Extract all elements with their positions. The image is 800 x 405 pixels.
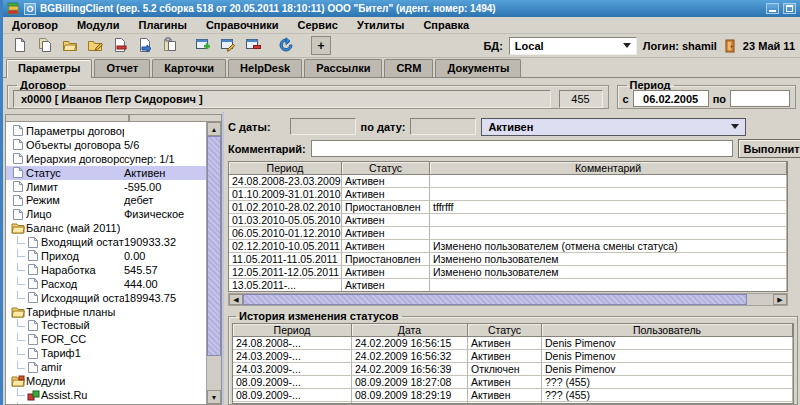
scroll-thumb[interactable] [207, 136, 221, 356]
column-header[interactable]: Дата [352, 324, 468, 337]
contract-select[interactable]: x0000 [ Иванов Петр Сидорович ] [13, 90, 551, 108]
tab-crm[interactable]: CRM [384, 59, 433, 77]
status-select[interactable]: Активен [481, 118, 746, 136]
table-row[interactable]: 24.08.2008-23.03.2009Активен [229, 175, 787, 188]
database-select[interactable]: Local [509, 37, 637, 55]
to-date-field[interactable] [410, 118, 476, 135]
column-header[interactable]: Комментарий [430, 162, 787, 175]
table-row[interactable]: 24.03.2009-...24.02.2009 16:56:39Отключе… [233, 363, 793, 376]
comment-input[interactable] [311, 140, 733, 157]
menu-5[interactable]: Сервис [297, 19, 337, 31]
column-header[interactable]: Период [229, 162, 342, 175]
tree-item[interactable]: Модули [6, 374, 206, 388]
tree-item[interactable]: Параметры договора [6, 124, 206, 138]
tree-item-main: Баланс (май 2011) [6, 222, 124, 234]
logout-door-icon[interactable] [723, 39, 737, 53]
tree-item[interactable]: Тестовый [6, 318, 206, 332]
execute-button[interactable]: Выполнить [738, 139, 800, 158]
table-row[interactable]: 08.09.2009-...08.09.2009 18:33:28Активен… [233, 402, 793, 404]
tree-item[interactable]: Объекты договора5/6 [6, 138, 206, 152]
tree-item[interactable]: Тарифные планы [6, 305, 206, 319]
titlebar: O BGBillingClient (вер. 5.2 сборка 518 о… [3, 0, 800, 17]
tree-item[interactable]: Лимит-595.00 [6, 180, 206, 194]
tab-helpdesk[interactable]: HelpDesk [228, 59, 302, 77]
tree-item-main: Тариф1 [6, 347, 124, 360]
menu-6[interactable]: Утилиты [357, 19, 405, 31]
tree-item[interactable]: Приход0.00 [6, 249, 206, 263]
tree-item[interactable]: ЛицоФизическое [6, 207, 206, 221]
table-row[interactable]: 01.02.2010-28.02.2010Приостановленtffrff… [229, 201, 787, 214]
tree-item[interactable]: amir [6, 360, 206, 374]
menu-4[interactable]: Справочники [206, 19, 279, 31]
table-row[interactable]: 01.10.2009-31.01.2010Активен [229, 188, 787, 201]
table-row[interactable]: 01.03.2010-05.05.2010Активен [229, 214, 787, 227]
tree-item[interactable]: Тариф1 [6, 346, 206, 360]
remove-window-button[interactable] [241, 35, 264, 56]
tab-документы[interactable]: Документы [435, 59, 521, 77]
tree-item[interactable]: Расход444.00 [6, 277, 206, 291]
tree-item[interactable]: СтатусАктивен [6, 166, 206, 180]
tab-рассылки[interactable]: Рассылки [304, 59, 382, 77]
new-document-button[interactable] [8, 35, 31, 56]
tree-item-value: -595.00 [124, 181, 206, 193]
column-header[interactable]: Период [233, 324, 352, 337]
table-row[interactable]: 24.03.2009-...24.02.2009 16:56:32Активен… [233, 350, 793, 363]
table-row[interactable]: 12.05.2011-12.05.2011АктивенИзменено пол… [229, 266, 787, 279]
table-cell: ??? (455) [542, 389, 793, 402]
menu-7[interactable]: Справка [423, 19, 469, 31]
scroll-right-button[interactable]: ▶ [773, 294, 787, 305]
status-table-hscrollbar[interactable]: ◀ ▶ [228, 293, 788, 306]
leaf-icon [10, 180, 26, 193]
minimize-button[interactable] [766, 3, 779, 14]
tree-connector [10, 361, 25, 374]
tree-item[interactable]: Режимдебет [6, 193, 206, 207]
copy-document-button[interactable] [33, 35, 56, 56]
export-document-button[interactable] [133, 35, 156, 56]
column-header[interactable]: Пользователь [542, 324, 793, 337]
menu-1[interactable]: Договор [12, 19, 58, 31]
tree-item[interactable]: Входящий остаток190933.32 [6, 235, 206, 249]
remove-document-button[interactable] [108, 35, 131, 56]
tree-vertical-scrollbar[interactable]: ▲ ▼ [206, 122, 221, 404]
tree-item[interactable]: FOR_CC [6, 332, 206, 346]
period-from-field[interactable]: 06.02.2005 [633, 90, 709, 107]
tree-header-name-col[interactable] [5, 114, 129, 122]
table-row[interactable]: 24.08.2008-...24.02.2009 16:56:15Активен… [233, 337, 793, 350]
tree-item[interactable]: Assist.Ru [6, 388, 206, 402]
tree-item[interactable]: Исходящий остаток189943.75 [6, 291, 206, 305]
edit-window-button[interactable] [216, 35, 239, 56]
open-folder-button[interactable] [58, 35, 81, 56]
table-row[interactable]: 08.09.2009-...08.09.2009 18:29:19Активен… [233, 389, 793, 402]
edit-folder-button[interactable] [83, 35, 106, 56]
add-tab-button[interactable]: + [311, 36, 331, 55]
column-header[interactable]: Статус [342, 162, 430, 175]
window-icon: O [24, 3, 36, 15]
table-row[interactable]: 11.05.2011-11.05.2011ПриостановленИзмене… [229, 253, 787, 266]
tree-item[interactable]: Иерархия договоровсупер: 1/1 [6, 152, 206, 166]
tab-отчет[interactable]: Отчет [94, 59, 150, 77]
contract-id-field[interactable]: 455 [559, 90, 603, 108]
period-to-field[interactable] [730, 90, 790, 107]
table-row[interactable]: 02.12.2010-10.05.2011АктивенИзменено пол… [229, 240, 787, 253]
tab-карточки[interactable]: Карточки [152, 59, 226, 77]
from-date-field[interactable] [290, 118, 356, 135]
menu-2[interactable]: Модули [77, 19, 120, 31]
tree-header-value-col[interactable] [129, 114, 222, 122]
scroll-left-button[interactable]: ◀ [229, 294, 243, 305]
tab-параметры[interactable]: Параметры [6, 59, 92, 78]
table-row[interactable]: 08.09.2009-...08.09.2009 18:27:08Активен… [233, 376, 793, 389]
maximize-button[interactable] [783, 3, 796, 14]
tree-item[interactable]: Buy e-Money [6, 402, 206, 404]
scroll-down-button[interactable]: ▼ [207, 390, 221, 404]
paste-button[interactable] [158, 35, 181, 56]
scroll-thumb[interactable] [243, 294, 747, 305]
add-window-button[interactable] [191, 35, 214, 56]
refresh-button[interactable] [274, 35, 297, 56]
menu-3[interactable]: Плагины [138, 19, 186, 31]
scroll-up-button[interactable]: ▲ [207, 122, 221, 136]
tree-item[interactable]: Наработка545.57 [6, 263, 206, 277]
table-row[interactable]: 06.05.2010-01.12.2010Активен [229, 227, 787, 240]
tree-item[interactable]: Баланс (май 2011) [6, 221, 206, 235]
column-header[interactable]: Статус [468, 324, 542, 337]
table-row[interactable]: 13.05.2011-...Активен [229, 279, 787, 292]
